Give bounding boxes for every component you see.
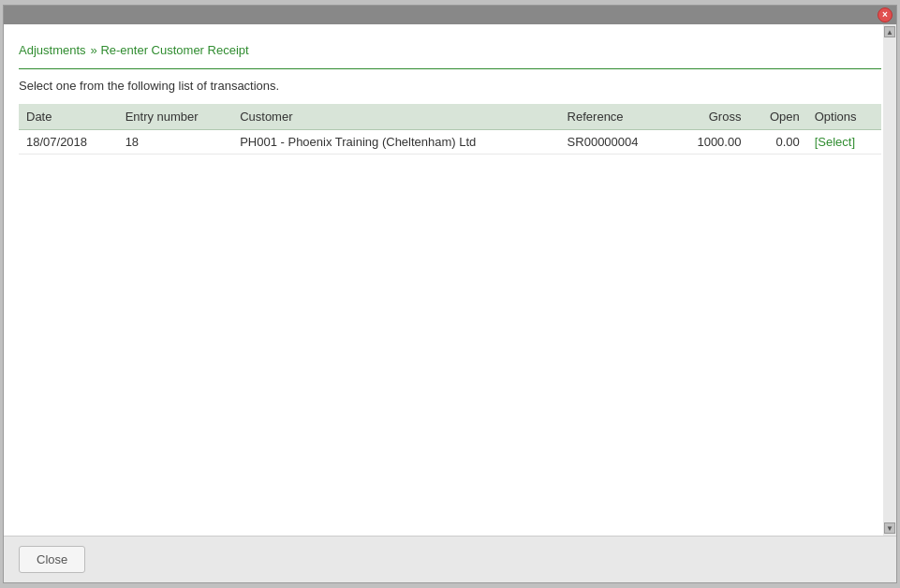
table-header-row: Date Entry number Customer Reference Gro… [19, 104, 881, 130]
dialog-footer: Close [4, 536, 896, 582]
cell-options[interactable]: [Select] [807, 130, 881, 154]
select-link[interactable]: [Select] [815, 135, 855, 149]
page-title: Adjustments » Re-enter Customer Receipt [19, 39, 881, 69]
col-header-customer: Customer [232, 104, 559, 130]
titlebar-close-button[interactable]: × [878, 7, 893, 22]
dialog-content: Adjustments » Re-enter Customer Receipt … [4, 24, 896, 536]
transactions-table: Date Entry number Customer Reference Gro… [19, 104, 881, 154]
dialog-titlebar: × [4, 6, 896, 24]
cell-reference: SR00000004 [560, 130, 672, 154]
cell-customer: PH001 - Phoenix Training (Cheltenham) Lt… [232, 130, 559, 154]
close-button[interactable]: Close [19, 546, 85, 573]
cell-date: 18/07/2018 [19, 130, 118, 154]
cell-gross: 1000.00 [671, 130, 748, 154]
page-title-prefix: Adjustments [19, 43, 86, 57]
page-title-arrow: » [91, 43, 101, 57]
cell-entry-number: 18 [118, 130, 233, 154]
scroll-down-arrow[interactable]: ▼ [884, 522, 895, 534]
col-header-reference: Reference [560, 104, 672, 130]
col-header-open: Open [748, 104, 806, 130]
vertical-scrollbar[interactable]: ▲ ▼ [883, 24, 896, 536]
col-header-options: Options [807, 104, 881, 130]
instructions-text: Select one from the following list of tr… [19, 79, 881, 93]
col-header-gross: Gross [671, 104, 748, 130]
table-row: 18/07/201818PH001 - Phoenix Training (Ch… [19, 130, 881, 154]
page-title-suffix: Re-enter Customer Receipt [100, 43, 248, 57]
col-header-entry-number: Entry number [118, 104, 233, 130]
transactions-table-container: Date Entry number Customer Reference Gro… [19, 104, 881, 536]
col-header-date: Date [19, 104, 118, 130]
cell-open: 0.00 [748, 130, 806, 154]
scroll-up-arrow[interactable]: ▲ [884, 26, 895, 37]
dialog-window: × Adjustments » Re-enter Customer Receip… [3, 5, 897, 583]
